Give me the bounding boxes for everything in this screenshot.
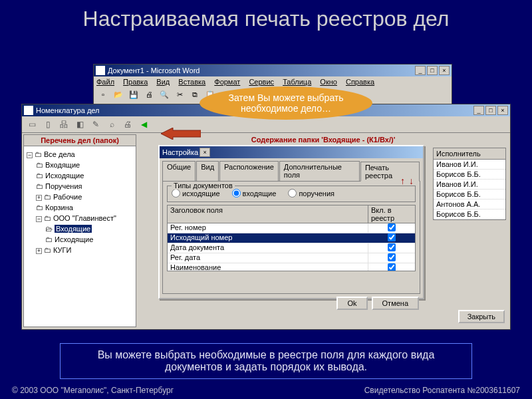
print-icon[interactable]: 🖨 xyxy=(122,118,134,130)
list-item[interactable]: Иванов И.И. xyxy=(434,160,505,170)
dialog-close-button[interactable]: × xyxy=(200,148,210,157)
tab-view[interactable]: Вид xyxy=(196,161,219,181)
tree-item[interactable]: Поручения xyxy=(45,182,82,190)
preview-icon[interactable]: 🔍 xyxy=(158,88,171,100)
menu-format[interactable]: Формат xyxy=(214,78,240,86)
folder-tree[interactable]: −🗀Все дела 🗀Входящие 🗀Исходящие 🗀Поручен… xyxy=(24,146,136,258)
tree-root[interactable]: Все дела xyxy=(44,150,75,158)
folder-open-icon: 🗁 xyxy=(45,225,53,233)
pen-icon[interactable]: ✎ xyxy=(90,118,102,130)
menu-view[interactable]: Вид xyxy=(156,78,170,86)
menu-window[interactable]: Окно xyxy=(320,78,337,86)
menu-edit[interactable]: Правка xyxy=(123,78,148,86)
word-icon xyxy=(96,66,105,75)
radio-outgoing[interactable]: исходящие xyxy=(172,189,220,198)
fields-grid[interactable]: Заголовок поля Вкл. в реестр Рег. номер … xyxy=(167,205,416,271)
print-icon[interactable]: 🖨 xyxy=(142,88,156,100)
copy-icon[interactable]: ⧉ xyxy=(188,88,201,100)
menu-file[interactable]: Файл xyxy=(96,78,114,86)
tree-item-selected[interactable]: Входящие xyxy=(55,225,92,233)
minimize-button[interactable]: _ xyxy=(415,66,426,75)
list-item[interactable]: Борисов Б.Б. xyxy=(434,190,505,200)
grid-header-include[interactable]: Вкл. в реестр xyxy=(368,205,415,223)
menu-tools[interactable]: Сервис xyxy=(249,78,274,86)
tool-icon[interactable]: ⌕ xyxy=(106,118,118,130)
arrow-up-icon[interactable]: ↑ xyxy=(400,176,405,186)
collapse-icon[interactable]: − xyxy=(36,216,42,222)
callout-bubble: Затем Вы можете выбрать необходимое дело… xyxy=(200,86,372,120)
folder-icon: 🗀 xyxy=(35,150,42,158)
grid-cell[interactable]: Рег. дата xyxy=(168,253,368,263)
save-icon[interactable]: 💾 xyxy=(127,88,140,100)
close-button[interactable]: × xyxy=(439,66,450,75)
grid-cell-selected[interactable]: Исходящий номер xyxy=(168,233,368,243)
dialog-tabs: Общие Вид Расположение Дополнительные по… xyxy=(162,161,420,181)
word-menubar: Файл Правка Вид Вставка Формат Сервис Та… xyxy=(94,76,452,87)
grid-header-name[interactable]: Заголовок поля xyxy=(168,205,368,223)
arrow-left-icon[interactable]: ◀ xyxy=(138,118,150,130)
executor-header[interactable]: Исполнитель xyxy=(434,148,505,160)
tree-item[interactable]: Исходящие xyxy=(55,235,93,243)
arrow-down-icon[interactable]: ↓ xyxy=(409,176,414,186)
menu-table[interactable]: Таблица xyxy=(283,78,311,86)
nom-title-text: Номенклатура дел xyxy=(36,106,99,114)
tab-general[interactable]: Общие xyxy=(162,161,196,181)
tree-item[interactable]: Рабочие xyxy=(53,193,82,201)
grid-cell[interactable]: Дата документа xyxy=(168,243,368,253)
tree-icon[interactable]: 品 xyxy=(58,118,70,130)
menu-help[interactable]: Справка xyxy=(346,78,374,86)
include-checkbox[interactable] xyxy=(388,263,396,271)
collapse-icon[interactable]: − xyxy=(27,152,33,158)
grid-cell[interactable]: Наименование xyxy=(168,263,368,271)
reorder-arrows: ↑ ↓ xyxy=(400,176,414,186)
cancel-button[interactable]: Отмена xyxy=(372,297,419,310)
minimize-button[interactable]: _ xyxy=(473,106,484,115)
tool-icon[interactable]: ▭ xyxy=(26,118,38,130)
tree-item[interactable]: КУГИ xyxy=(53,246,71,254)
expand-icon[interactable]: + xyxy=(36,195,42,201)
radio-orders[interactable]: поручения xyxy=(288,189,334,198)
open-icon[interactable]: 📂 xyxy=(112,88,125,100)
folder-icon: 🗀 xyxy=(36,203,43,211)
tool-icon[interactable]: ▯ xyxy=(42,118,54,130)
footer-right: Свидетельство Роспатента №2003611607 xyxy=(364,386,520,395)
menu-insert[interactable]: Вставка xyxy=(178,78,205,86)
include-checkbox[interactable] xyxy=(388,223,396,231)
grid-cell[interactable]: Рег. номер xyxy=(168,223,368,233)
tree-item[interactable]: Входящие xyxy=(45,161,80,169)
maximize-button[interactable]: □ xyxy=(427,66,438,75)
tree-item[interactable]: Корзина xyxy=(45,203,73,211)
tree-item[interactable]: Исходящие xyxy=(45,172,84,180)
tool-icon[interactable]: ◧ xyxy=(74,118,86,130)
svg-marker-0 xyxy=(161,128,201,140)
close-button[interactable]: × xyxy=(497,106,508,115)
maximize-button[interactable]: □ xyxy=(485,106,496,115)
ok-button[interactable]: Ok xyxy=(336,297,367,310)
tab-content: Типы документов исходящие входящие поруч… xyxy=(162,181,420,294)
list-item[interactable]: Антонов А.А. xyxy=(434,200,505,209)
include-checkbox[interactable] xyxy=(388,243,396,251)
new-icon[interactable]: ▫ xyxy=(96,88,110,100)
footer-left: © 2003 ООО "Мегаполис", Санкт-Петербург xyxy=(12,386,174,395)
folder-icon: 🗀 xyxy=(45,235,53,243)
cut-icon[interactable]: ✂ xyxy=(173,88,186,100)
folder-icon: 🗀 xyxy=(36,161,43,169)
tab-extra[interactable]: Дополнительные поля xyxy=(279,161,360,181)
list-item[interactable]: Иванов И.И. xyxy=(434,180,505,190)
nom-icon xyxy=(24,106,33,115)
callout-arrow-icon xyxy=(161,128,201,140)
list-item[interactable]: Борисов Б.Б. xyxy=(434,170,505,180)
radio-incoming[interactable]: входящие xyxy=(232,189,277,198)
include-checkbox[interactable] xyxy=(388,253,396,261)
include-checkbox[interactable] xyxy=(388,233,396,241)
slide-title: Настраиваемая печать реестров дел xyxy=(0,0,532,33)
close-button[interactable]: Закрыть xyxy=(458,310,505,323)
list-item[interactable]: Борисов Б.Б. xyxy=(434,209,505,219)
dialog-titlebar: Настройка × xyxy=(160,146,423,158)
tree-item[interactable]: ООО "Главинвест" xyxy=(53,214,116,222)
expand-icon[interactable]: + xyxy=(36,248,42,254)
tree-header: Перечень дел (папок) xyxy=(24,135,136,146)
folder-icon: 🗀 xyxy=(44,193,51,201)
group-title: Типы документов xyxy=(172,182,235,190)
tab-layout[interactable]: Расположение xyxy=(219,161,279,181)
